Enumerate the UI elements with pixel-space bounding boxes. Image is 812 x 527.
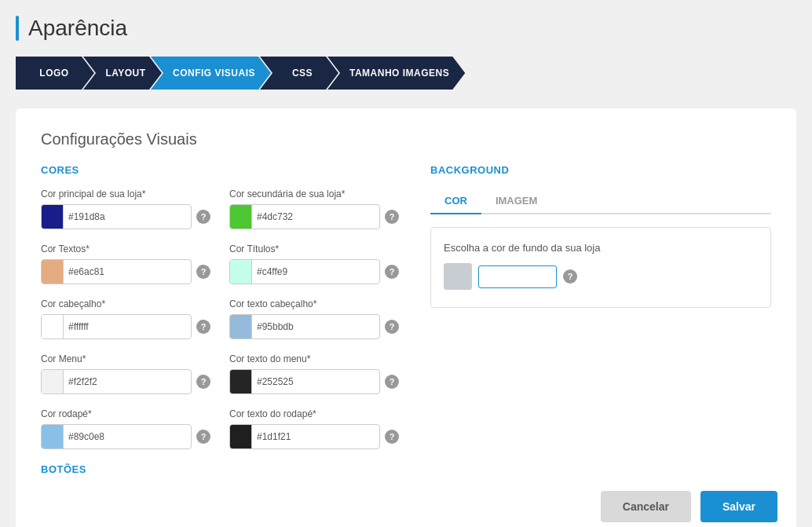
color-menu-help[interactable]: ?: [196, 375, 210, 389]
color-titulos-label: Cor Títulos*: [229, 243, 399, 254]
background-help[interactable]: ?: [563, 269, 577, 284]
color-row-5: Cor rodapé* ? Cor texto do rodapé*: [41, 408, 399, 449]
color-cabecalho-swatch: [42, 314, 64, 339]
color-texto-menu-hex[interactable]: [252, 376, 379, 387]
color-menu-hex[interactable]: [64, 376, 191, 387]
color-textos-swatch-input[interactable]: [41, 259, 192, 284]
color-rodape-help[interactable]: ?: [196, 430, 210, 444]
color-texto-rodape-input-wrapper: ?: [229, 424, 399, 449]
color-textos: Cor Textos* ?: [41, 243, 210, 284]
color-cabecalho-swatch-input[interactable]: [41, 314, 192, 339]
color-row-3: Cor cabeçalho* ? Cor texto cabeçalho*: [41, 298, 399, 339]
color-cabecalho: Cor cabeçalho* ?: [41, 298, 210, 339]
step-layout-label[interactable]: LAYOUT: [83, 57, 162, 90]
background-color-swatch[interactable]: [444, 263, 472, 290]
color-textos-help[interactable]: ?: [196, 265, 210, 279]
color-rodape-label: Cor rodapé*: [41, 408, 210, 419]
color-secundaria-label: Cor secundária de sua loja*: [229, 188, 399, 199]
color-texto-cabecalho-help[interactable]: ?: [385, 320, 399, 334]
cancel-button[interactable]: Cancelar: [601, 491, 691, 522]
color-texto-menu-swatch: [230, 369, 252, 394]
color-texto-rodape-swatch: [230, 424, 252, 449]
color-principal-swatch: [42, 204, 64, 229]
color-texto-cabecalho-swatch-input[interactable]: [229, 314, 380, 339]
color-texto-menu-help[interactable]: ?: [385, 375, 399, 389]
two-col-layout: CORES Cor principal de sua loja* ? Cor s…: [41, 164, 771, 475]
step-logo[interactable]: LOGO: [16, 57, 94, 90]
color-texto-cabecalho-label: Cor texto cabeçalho*: [229, 298, 399, 309]
color-principal-hex[interactable]: [64, 211, 191, 222]
color-titulos-help[interactable]: ?: [385, 265, 399, 279]
color-texto-rodape: Cor texto do rodapé* ?: [229, 408, 399, 449]
color-menu: Cor Menu* ?: [41, 353, 210, 394]
step-config-visuais-label[interactable]: CONFIG VISUAIS: [151, 57, 271, 90]
step-logo-label[interactable]: LOGO: [16, 57, 94, 90]
color-texto-cabecalho-hex[interactable]: [252, 321, 379, 332]
color-rodape-hex[interactable]: [64, 431, 191, 442]
step-css-label[interactable]: CSS: [260, 57, 338, 90]
cores-heading: CORES: [41, 164, 399, 176]
color-titulos-swatch-input[interactable]: [229, 259, 380, 284]
page-title: Aparência: [28, 16, 127, 41]
color-titulos-swatch: [230, 259, 252, 284]
background-section: BACKGROUND COR IMAGEM Escolha a cor de f…: [430, 164, 771, 475]
color-texto-rodape-hex[interactable]: [252, 431, 379, 442]
color-textos-hex[interactable]: [64, 266, 191, 277]
color-texto-cabecalho-input-wrapper: ?: [229, 314, 399, 339]
color-texto-rodape-swatch-input[interactable]: [229, 424, 380, 449]
color-texto-menu-input-wrapper: ?: [229, 369, 399, 394]
color-secundaria-swatch-input[interactable]: [229, 204, 380, 229]
color-rodape-swatch: [42, 424, 64, 449]
bottom-actions: Cancelar Salvar: [601, 491, 777, 522]
background-cor-label: Escolha a cor de fundo da sua loja: [444, 242, 758, 254]
color-row-1: Cor principal de sua loja* ? Cor secundá…: [41, 188, 399, 229]
color-texto-menu: Cor texto do menu* ?: [229, 353, 399, 394]
color-textos-input-wrapper: ?: [41, 259, 210, 284]
background-cor-box: Escolha a cor de fundo da sua loja ?: [430, 227, 771, 308]
color-texto-rodape-help[interactable]: ?: [385, 430, 399, 444]
color-menu-label: Cor Menu*: [41, 353, 210, 364]
background-tabs: COR IMAGEM: [430, 188, 771, 214]
step-css[interactable]: CSS: [271, 57, 338, 90]
background-color-picker: ?: [444, 263, 758, 290]
color-rodape-swatch-input[interactable]: [41, 424, 192, 449]
color-texto-menu-swatch-input[interactable]: [229, 369, 380, 394]
color-principal-help[interactable]: ?: [196, 210, 210, 224]
color-textos-label: Cor Textos*: [41, 243, 210, 254]
color-rodape-input-wrapper: ?: [41, 424, 210, 449]
tab-imagem[interactable]: IMAGEM: [481, 188, 551, 214]
background-hex-input[interactable]: [478, 265, 557, 288]
color-principal-input-wrapper: ?: [41, 204, 210, 229]
page-header: Aparência: [16, 16, 796, 41]
step-tamanho-imagens[interactable]: TAMANHO IMAGENS: [338, 57, 465, 90]
color-principal-label: Cor principal de sua loja*: [41, 188, 210, 199]
color-cabecalho-help[interactable]: ?: [196, 320, 210, 334]
color-secundaria-help[interactable]: ?: [385, 210, 399, 224]
color-principal-swatch-input[interactable]: [41, 204, 192, 229]
color-cabecalho-hex[interactable]: [64, 321, 191, 332]
color-cabecalho-input-wrapper: ?: [41, 314, 210, 339]
step-config-visuais[interactable]: CONFIG VISUAIS: [162, 57, 271, 90]
color-secundaria-hex[interactable]: [252, 211, 379, 222]
color-texto-rodape-label: Cor texto do rodapé*: [229, 408, 399, 419]
tab-cor[interactable]: COR: [430, 188, 481, 214]
step-layout[interactable]: LAYOUT: [94, 57, 162, 90]
color-menu-swatch-input[interactable]: [41, 369, 192, 394]
color-titulos-input-wrapper: ?: [229, 259, 399, 284]
color-menu-input-wrapper: ?: [41, 369, 210, 394]
color-texto-cabecalho: Cor texto cabeçalho* ?: [229, 298, 399, 339]
color-texto-cabecalho-swatch: [230, 314, 252, 339]
background-heading: BACKGROUND: [430, 164, 771, 176]
color-secundaria: Cor secundária de sua loja* ?: [229, 188, 399, 229]
step-tamanho-imagens-label[interactable]: TAMANHO IMAGENS: [327, 57, 465, 90]
cores-section: CORES Cor principal de sua loja* ? Cor s…: [41, 164, 399, 475]
color-principal: Cor principal de sua loja* ?: [41, 188, 210, 229]
color-titulos-hex[interactable]: [252, 266, 379, 277]
botoes-heading: BOTÕES: [41, 463, 399, 475]
color-secundaria-input-wrapper: ?: [229, 204, 399, 229]
color-secundaria-swatch: [230, 204, 252, 229]
color-titulos: Cor Títulos* ?: [229, 243, 399, 284]
content-card: Configurações Visuais CORES Cor principa…: [16, 108, 796, 527]
save-button[interactable]: Salvar: [700, 491, 777, 522]
color-textos-swatch: [42, 259, 64, 284]
